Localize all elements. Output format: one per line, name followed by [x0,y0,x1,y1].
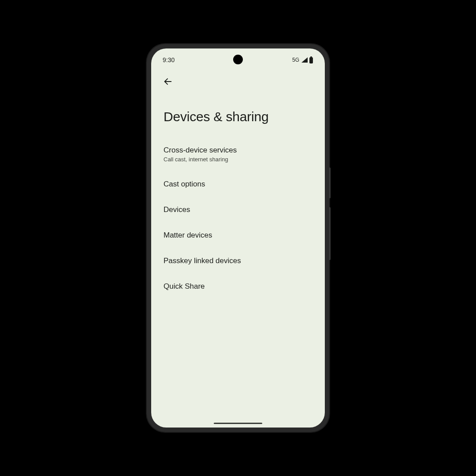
battery-icon [309,56,313,63]
gesture-nav-bar[interactable] [214,423,262,424]
menu-item-cross-device-services[interactable]: Cross-device services Call cast, interne… [164,138,312,171]
network-label: 5G [292,57,299,63]
phone-frame: 9:30 5G Devi [147,44,329,432]
menu-item-cast-options[interactable]: Cast options [164,171,312,197]
item-title: Cast options [164,179,312,189]
item-title: Cross-device services [164,145,312,155]
menu-list: Cross-device services Call cast, interne… [151,138,325,299]
menu-item-passkey-linked-devices[interactable]: Passkey linked devices [164,248,312,274]
item-title: Quick Share [164,282,312,291]
page-title: Devices & sharing [164,109,312,124]
svg-rect-1 [309,57,313,63]
volume-button [329,207,331,260]
status-time: 9:30 [163,56,175,63]
menu-item-devices[interactable]: Devices [164,197,312,223]
back-button[interactable] [159,73,177,91]
svg-rect-0 [310,56,312,57]
item-title: Devices [164,205,312,215]
item-title: Matter devices [164,231,312,240]
status-right: 5G [292,56,313,63]
power-button [329,167,331,198]
camera-hole [233,55,243,64]
item-title: Passkey linked devices [164,256,312,266]
app-bar [151,68,325,93]
page-header: Devices & sharing [151,93,325,138]
screen: 9:30 5G Devi [151,48,325,428]
signal-icon [301,57,308,63]
menu-item-quick-share[interactable]: Quick Share [164,274,312,299]
menu-item-matter-devices[interactable]: Matter devices [164,223,312,248]
item-subtitle: Call cast, internet sharing [164,156,312,164]
arrow-left-icon [163,77,173,88]
